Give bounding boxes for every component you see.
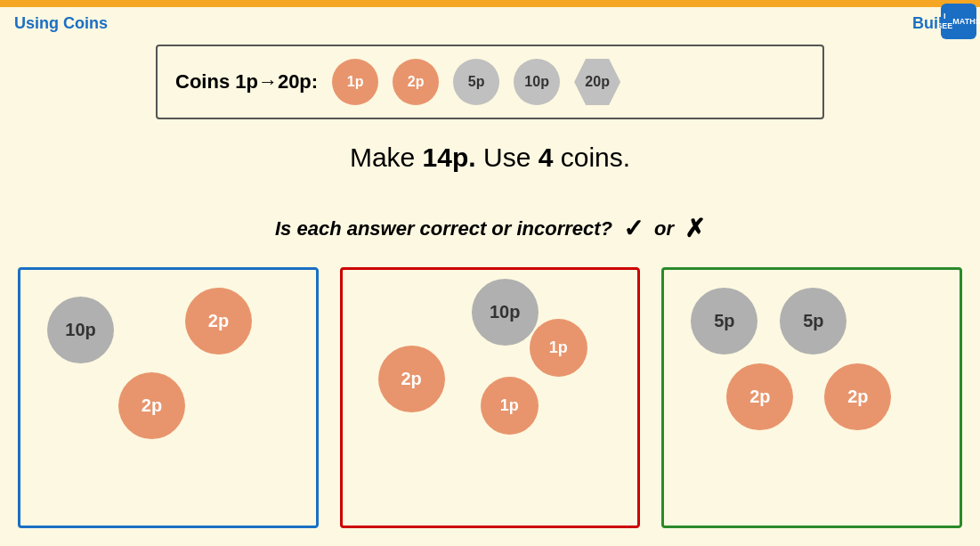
coins-reference-box: Coins 1p→20p: 1p 2p 5p 10p 20p [156,45,824,119]
header: Using Coins Build 2 [0,7,980,39]
answer-box-red: 10p 2p 1p 1p [340,267,641,528]
or-text: or [654,217,674,240]
amount-text: 14p. [423,143,476,172]
top-bar [0,0,980,7]
coins-reference-label: Coins 1p→20p: [175,70,318,94]
coin-2p: 2p [393,59,439,105]
coin-1p-red-2: 1p [481,377,539,435]
coin-5p: 5p [453,59,499,105]
answer-box-blue: 10p 2p 2p [18,267,319,528]
coin-2p-green-2: 2p [824,363,891,430]
count-text: 4 [539,143,554,172]
coin-2p-red: 2p [378,346,445,412]
coin-5p-green-2: 5p [780,288,846,354]
coin-2p-blue-1: 2p [185,288,252,354]
coin-10p-red: 10p [472,279,539,346]
answer-box-green: 5p 5p 2p 2p [661,267,962,528]
coin-2p-blue-2: 2p [118,372,185,439]
logo-icon: I SEE MATHS [941,4,976,39]
coin-1p: 1p [332,59,378,105]
use-text: Use [476,143,539,172]
answer-boxes: 10p 2p 2p 10p 2p 1p 1p 5p 5p 2p 2p [18,267,962,528]
page-title: Using Coins [14,14,108,33]
coin-5p-green-1: 5p [691,288,757,354]
coin-10p-blue: 10p [47,297,114,363]
cross-icon: ✗ [684,214,705,243]
make-text: Make [350,143,423,172]
coin-10p: 10p [514,59,560,105]
coin-2p-green-1: 2p [726,363,793,430]
checkmark-icon: ✓ [623,214,644,243]
coins-text: coins. [553,143,630,172]
main-instruction: Make 14p. Use 4 coins. [0,143,980,173]
sub-instruction: Is each answer correct or incorrect? ✓ o… [0,214,980,243]
question-text: Is each answer correct or incorrect? [275,217,612,240]
coin-1p-red-1: 1p [530,319,587,377]
coin-20p: 20p [574,59,620,105]
